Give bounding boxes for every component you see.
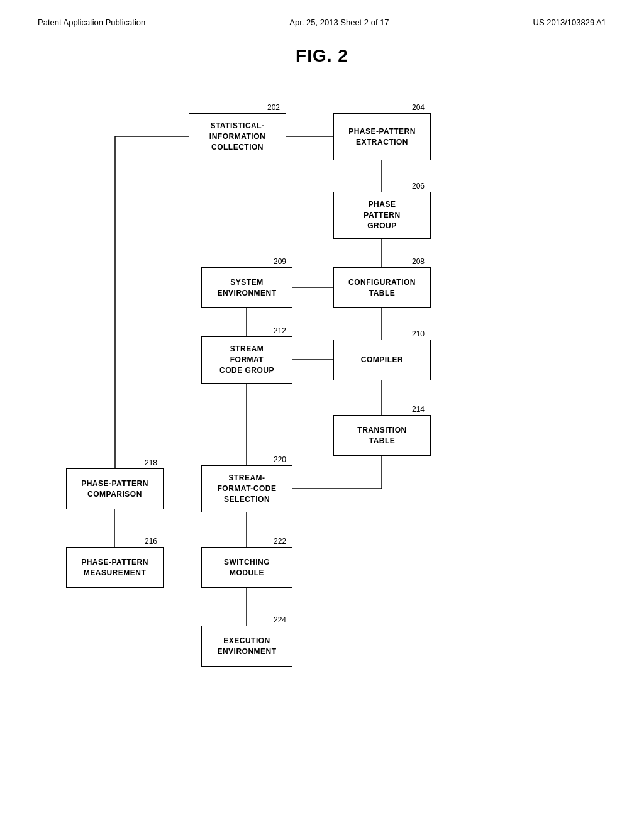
box224: EXECUTIONENVIRONMENT bbox=[201, 626, 292, 667]
header-left: Patent Application Publication bbox=[38, 18, 145, 27]
box209-num: 209 bbox=[274, 257, 286, 266]
diagram-lines bbox=[0, 82, 644, 811]
box209: SYSTEMENVIRONMENT bbox=[201, 267, 292, 308]
fig-title: FIG. 2 bbox=[0, 46, 644, 66]
box210: COMPILER bbox=[333, 340, 431, 380]
box224-num: 224 bbox=[274, 616, 286, 624]
box214: TRANSITIONTABLE bbox=[333, 415, 431, 456]
box212: STREAMFORMATCODE GROUP bbox=[201, 336, 292, 384]
box220: STREAM-FORMAT-CODESELECTION bbox=[201, 465, 292, 512]
box218-num: 218 bbox=[145, 458, 157, 467]
box220-num: 220 bbox=[274, 455, 286, 464]
box206-num: 206 bbox=[412, 182, 425, 191]
box208-num: 208 bbox=[412, 257, 425, 266]
box202-num: 202 bbox=[267, 103, 280, 112]
box204-num: 204 bbox=[412, 103, 425, 112]
header-center: Apr. 25, 2013 Sheet 2 of 17 bbox=[289, 18, 389, 27]
box216: PHASE-PATTERNMEASUREMENT bbox=[66, 547, 164, 588]
box222-num: 222 bbox=[274, 537, 286, 546]
box210-num: 210 bbox=[412, 329, 425, 338]
box206: PHASEPATTERNGROUP bbox=[333, 192, 431, 239]
header-right: US 2013/103829 A1 bbox=[533, 18, 606, 27]
box202: STATISTICAL-INFORMATIONCOLLECTION bbox=[189, 113, 286, 160]
box214-num: 214 bbox=[412, 405, 425, 414]
box204: PHASE-PATTERNEXTRACTION bbox=[333, 113, 431, 160]
page-header: Patent Application Publication Apr. 25, … bbox=[0, 0, 644, 27]
box222: SWITCHINGMODULE bbox=[201, 547, 292, 588]
box216-num: 216 bbox=[145, 537, 157, 546]
box212-num: 212 bbox=[274, 326, 286, 335]
box208: CONFIGURATIONTABLE bbox=[333, 267, 431, 308]
box218: PHASE-PATTERNCOMPARISON bbox=[66, 468, 164, 509]
diagram-area: STATISTICAL-INFORMATIONCOLLECTION202PHAS… bbox=[0, 82, 644, 811]
